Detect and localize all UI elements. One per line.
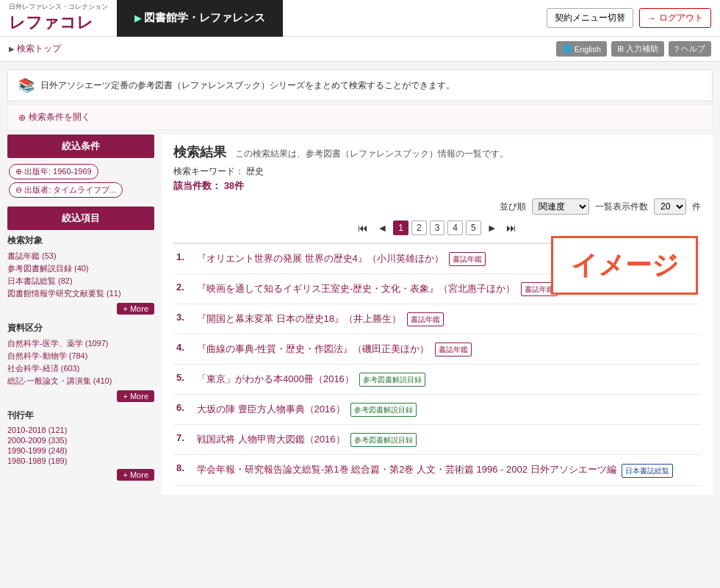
page-button-3[interactable]: 3 (430, 220, 445, 235)
result-num: 5. (176, 372, 192, 383)
tag-badge: 参考図書解説目録 (359, 373, 425, 387)
filter-group-material-type: 資料区分 自然科学-医学、薬学 (1097) 自然科学-動物学 (784) 社会… (7, 322, 154, 402)
more-btn-2: + More (7, 387, 154, 402)
per-page-label: 一覧表示件数 (595, 201, 648, 213)
filter-item-1-2[interactable]: 参考図書解説目録 (40) (7, 262, 154, 275)
remove-icon: ⊖ (15, 185, 22, 195)
page-first-button[interactable]: ⏮ (355, 220, 371, 235)
per-page-select[interactable]: 10 20 50 (654, 198, 686, 215)
filter-item-3-4[interactable]: 1980-1989 (189) (7, 456, 154, 466)
result-link[interactable]: 学会年報・研究報告論文総覧-第1巻 総合篇・第2巻 人文・芸術篇 1996 - … (197, 464, 616, 475)
tag-badge: 日本書誌総覧 (622, 464, 673, 478)
filter-tag-label2: 出版者: タイムライフブ... (24, 184, 116, 196)
filter-title: 絞込条件 (7, 135, 154, 158)
count-value: 38件 (224, 180, 244, 191)
sort-label: 並び順 (500, 201, 526, 213)
info-text: 日外アソシエーツ定番の参考図書（レファレンスブック）シリーズをまとめて検索するこ… (40, 79, 455, 92)
filter-tag-publisher[interactable]: ⊖ 出版者: タイムライフブ... (9, 182, 123, 198)
filter-item-3-2[interactable]: 2000-2009 (335) (7, 435, 154, 445)
count-label: 該当件数： (173, 180, 221, 191)
result-text: 戦国武将 人物甲冑大図鑑（2016） 参考図書解説目録 (197, 432, 698, 447)
more-button-3[interactable]: + More (117, 469, 154, 481)
sort-bar: 並び順 関連度 新着順 出版年順 一覧表示件数 10 20 50 件 (173, 198, 701, 215)
result-link[interactable]: 戦国武将 人物甲冑大図鑑（2016） (197, 434, 345, 445)
table-row: 3. 『開国と幕末変革 日本の歴史18』（井上勝生） 書誌年鑑 (173, 304, 701, 334)
sort-select[interactable]: 関連度 新着順 出版年順 (532, 198, 589, 215)
filter-item-3-1[interactable]: 2010-2018 (121) (7, 425, 154, 435)
result-text: 学会年報・研究報告論文総覧-第1巻 総合篇・第2巻 人文・芸術篇 1996 - … (197, 462, 698, 477)
results-keyword: 検索キーワード： 歴史 (173, 165, 701, 178)
result-text: 『開国と幕末変革 日本の歴史18』（井上勝生） 書誌年鑑 (197, 312, 698, 326)
pagination: ⏮ ◄ 1 2 3 4 5 ► ⏭ (173, 220, 701, 235)
more-btn-3: + More (7, 466, 154, 481)
logout-icon: → (647, 13, 656, 24)
table-row: 5. 「東京」がわかる本4000冊（2016） 参考図書解説目録 (173, 365, 701, 395)
filter-item-1-4[interactable]: 図書館情報学研究文献要覧 (11) (7, 287, 154, 300)
main-content: 検索結果 この検索結果は、参考図書（レファレンスブック）情報の一覧です。 検索キ… (162, 135, 713, 495)
tag-badge: 書誌年鑑 (407, 312, 444, 326)
filter-item-1-1[interactable]: 書誌年鑑 (53) (7, 250, 154, 262)
english-button[interactable]: 🌐 English (556, 41, 607, 57)
results-title: 検索結果 (173, 143, 226, 161)
per-page-unit: 件 (692, 201, 701, 213)
page-next-button[interactable]: ► (484, 220, 500, 235)
filter-group-search-target: 検索対象 書誌年鑑 (53) 参考図書解説目録 (40) 日本書誌総覧 (82)… (7, 234, 154, 315)
contract-menu-button[interactable]: 契約メニュー切替 (547, 8, 633, 28)
filter-group-title-2: 資料区分 (7, 322, 154, 334)
search-condition-toggle[interactable]: ⊕ 検索条件を開く (18, 111, 702, 123)
tag-badge: 参考図書解説目録 (350, 403, 417, 417)
breadcrumb-link[interactable]: 検索トップ (17, 43, 61, 54)
help-button[interactable]: ? ヘルプ (669, 41, 711, 57)
filter-tag-year[interactable]: ⊕ 出版年: 1960-1969 (9, 164, 98, 179)
result-num: 6. (176, 402, 192, 413)
nav-tab[interactable]: 図書館学・レファレンス (117, 0, 283, 37)
result-link[interactable]: 『曲線の事典-性質・歴史・作図法』（磯田正美ほか） (197, 343, 429, 354)
result-link[interactable]: 「東京」がわかる本4000冊（2016） (197, 373, 354, 384)
sidebar: 絞込条件 ⊕ 出版年: 1960-1969 ⊖ 出版者: タイムライフブ... … (7, 135, 154, 495)
filter-group-year: 刊行年 2010-2018 (121) 2000-2009 (335) 1990… (7, 409, 154, 481)
globe-icon: 🌐 (562, 44, 572, 54)
result-link[interactable]: 大坂の陣 豊臣方人物事典（2016） (197, 404, 345, 415)
filter-item-3-3[interactable]: 1990-1999 (248) (7, 445, 154, 456)
logout-button[interactable]: → ログアウト (639, 8, 711, 28)
table-row: 6. 大坂の陣 豊臣方人物事典（2016） 参考図書解説目録 (173, 395, 701, 425)
add-icon: ⊕ (15, 167, 22, 176)
table-row: 8. 学会年報・研究報告論文総覧-第1巻 総合篇・第2巻 人文・芸術篇 1996… (173, 455, 701, 485)
page-prev-button[interactable]: ◄ (374, 220, 390, 235)
page-button-2[interactable]: 2 (411, 220, 427, 235)
filter-item-2-3[interactable]: 社会科学-経済 (603) (7, 362, 154, 375)
main-layout: 絞込条件 ⊕ 出版年: 1960-1969 ⊖ 出版者: タイムライフブ... … (7, 135, 713, 495)
input-help-button[interactable]: ⊞ 入力補助 (611, 41, 664, 57)
more-button-2[interactable]: + More (117, 390, 154, 402)
result-num: 8. (176, 462, 192, 473)
page-button-4[interactable]: 4 (447, 220, 463, 235)
narrow-title: 絞込項目 (7, 207, 154, 230)
tag-badge: 書誌年鑑 (449, 252, 486, 266)
keyword-label: 検索キーワード： (173, 166, 244, 176)
result-link[interactable]: 『オリエント世界の発展 世界の歴史4』（小川英雄ほか） (197, 253, 444, 264)
result-num: 4. (176, 342, 192, 353)
filter-group-title-3: 刊行年 (7, 409, 154, 422)
result-num: 7. (176, 432, 192, 443)
result-num: 3. (176, 312, 192, 323)
result-link[interactable]: 『開国と幕末変革 日本の歴史18』（井上勝生） (197, 313, 401, 324)
result-text: 大坂の陣 豊臣方人物事典（2016） 参考図書解説目録 (197, 402, 698, 417)
logo-small: 日外レファレンス・コレクション (9, 2, 108, 12)
result-link[interactable]: 『映画を通して知るイギリス王室史-歴史・文化・表象』（宮北惠子ほか） (197, 283, 515, 294)
logo-area: 日外レファレンス・コレクション レファコレ (0, 0, 117, 38)
info-icon: 📚 (18, 77, 35, 93)
filter-item-2-1[interactable]: 自然科学-医学、薬学 (1097) (7, 337, 154, 350)
info-banner: 📚 日外アソシエーツ定番の参考図書（レファレンスブック）シリーズをまとめて検索す… (7, 69, 713, 101)
filter-item-1-3[interactable]: 日本書誌総覧 (82) (7, 275, 154, 287)
more-button-1[interactable]: + More (117, 303, 154, 315)
tag-badge: 書誌年鑑 (435, 343, 472, 356)
filter-item-2-2[interactable]: 自然科学-動物学 (784) (7, 350, 154, 362)
page-button-5[interactable]: 5 (466, 220, 481, 235)
breadcrumb[interactable]: 検索トップ (9, 43, 61, 55)
search-condition: ⊕ 検索条件を開く (7, 104, 713, 130)
page-button-1[interactable]: 1 (393, 220, 408, 235)
page-last-button[interactable]: ⏭ (503, 220, 519, 235)
breadcrumb-bar: 検索トップ 🌐 English ⊞ 入力補助 ? ヘルプ (0, 37, 720, 62)
filter-group-title-1: 検索対象 (7, 234, 154, 247)
filter-item-2-4[interactable]: 総記-一般論文・講演集 (410) (7, 375, 154, 387)
